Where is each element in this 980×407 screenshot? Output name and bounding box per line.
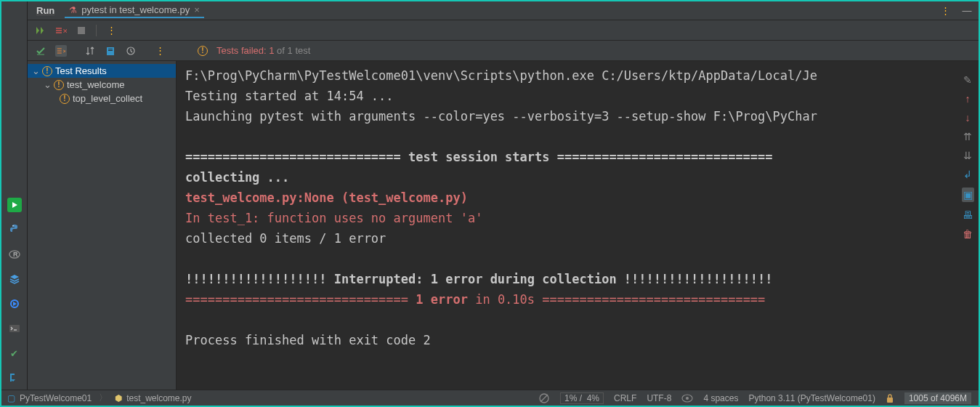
memory-indicator[interactable]: 1005 of 4096M <box>904 392 971 404</box>
r-console-icon[interactable]: R <box>7 247 22 262</box>
console-summary: 1 error <box>416 292 468 307</box>
chevron-down-icon[interactable]: ⌄ <box>32 65 39 76</box>
console-line: ============================== <box>535 292 765 307</box>
expand-icon[interactable]: ⇊ <box>963 150 972 161</box>
clear-all-icon[interactable]: 🗑 <box>963 228 973 240</box>
export-icon[interactable] <box>105 45 116 57</box>
console-exit-line: Process finished with exit code 2 <box>185 333 431 347</box>
console-line: collecting ... <box>185 170 297 185</box>
print-icon[interactable]: 🖶 <box>963 209 973 221</box>
readonly-icon[interactable] <box>681 392 693 404</box>
lock-icon[interactable] <box>886 393 894 403</box>
svg-text:R: R <box>13 251 18 258</box>
console-line: !!!!!!!!!!!!!!!!!!! Interrupted: 1 error… <box>185 272 773 286</box>
chevron-right-icon: 〉 <box>96 392 110 404</box>
cpu-indicator[interactable]: 1% / 4% <box>560 392 604 404</box>
collapse-icon[interactable]: ⇈ <box>963 131 972 142</box>
svg-rect-17 <box>887 398 893 403</box>
svg-rect-10 <box>108 49 113 49</box>
layers-icon[interactable] <box>7 272 22 286</box>
toolbar-more-icon[interactable]: ⋮ <box>105 25 117 36</box>
rerun-failed-icon[interactable]: ✕ <box>55 25 67 36</box>
python-console-icon[interactable] <box>7 222 22 237</box>
services-icon[interactable] <box>7 297 22 311</box>
console-error-line: In test_1: function uses no argument 'a' <box>185 211 482 225</box>
chevron-down-icon[interactable]: ⌄ <box>44 79 51 90</box>
tree-root-label: Test Results <box>55 65 107 76</box>
warn-icon: ! <box>54 80 64 90</box>
up-arrow-icon[interactable]: ↑ <box>965 93 971 105</box>
console-line: ============================== <box>185 292 416 307</box>
rerun-icon[interactable] <box>35 25 46 36</box>
tree-node-label: test_welcome <box>67 79 124 90</box>
line-ending-indicator[interactable]: CRLF <box>614 393 636 403</box>
console-line: collected 0 items / 1 error <box>185 231 386 246</box>
console-line: ============================= <box>185 150 401 164</box>
python-file-icon: ⬢ <box>115 393 122 403</box>
console-line: Testing started at 14:54 ... <box>185 89 394 103</box>
test-settings-more-icon[interactable]: ⋮ <box>154 45 166 57</box>
console-line: ============================= <box>557 150 773 164</box>
show-ignored-icon[interactable]: ✕ <box>55 45 67 57</box>
close-tab-icon[interactable]: × <box>194 4 200 15</box>
tests-status-icon: ! <box>198 46 208 56</box>
breadcrumb[interactable]: ▢ PyTestWelcome01 〉 ⬢ test_welcome.py <box>1 392 192 404</box>
more-icon[interactable]: ⋮ <box>939 5 951 17</box>
console-line: F:\Prog\PyCharm\PyTestWelcome01\venv\Scr… <box>185 68 817 83</box>
minimize-icon[interactable]: — <box>961 5 973 17</box>
sync-icon[interactable] <box>538 392 550 404</box>
edit-icon[interactable]: ✎ <box>963 74 972 86</box>
run-toolbar: ✕ ⋮ <box>28 20 979 41</box>
tool-window-header: Run ⚗ pytest in test_welcome.py × ⋮ — <box>28 1 979 20</box>
tool-window-title[interactable]: Run <box>33 5 57 16</box>
svg-point-16 <box>686 397 689 400</box>
test-tree[interactable]: ⌄ ! Test Results ⌄ ! test_welcome ! top_… <box>28 61 177 390</box>
svg-rect-9 <box>107 47 114 55</box>
left-tool-rail: R ✔ <box>1 1 28 390</box>
indent-indicator[interactable]: 4 spaces <box>703 393 738 403</box>
git-icon[interactable] <box>7 371 22 385</box>
show-passed-icon[interactable] <box>35 45 46 57</box>
svg-text:✕: ✕ <box>62 28 67 35</box>
encoding-indicator[interactable]: UTF-8 <box>647 393 671 403</box>
svg-text:✕: ✕ <box>62 49 66 54</box>
console-error-line: test_welcome.py:None (test_welcome.py) <box>185 190 468 205</box>
svg-rect-11 <box>108 50 113 51</box>
tests-status-text: Tests failed: 1 of 1 test <box>216 45 310 56</box>
tool-window-body: ⌄ ! Test Results ⌄ ! test_welcome ! top_… <box>28 61 979 390</box>
console-line: Launching pytest with arguments --color=… <box>185 109 817 124</box>
stop-icon[interactable] <box>76 25 87 36</box>
run-config-tab[interactable]: ⚗ pytest in test_welcome.py × <box>65 3 203 18</box>
tree-node-welcome[interactable]: ⌄ ! test_welcome <box>28 78 176 92</box>
tests-failed-suffix: of 1 test <box>275 45 311 56</box>
run-config-tab-label: pytest in test_welcome.py <box>81 4 190 15</box>
warn-icon: ! <box>42 66 52 76</box>
svg-rect-4 <box>9 325 20 332</box>
problems-icon[interactable]: ✔ <box>7 346 22 360</box>
run-tool-icon[interactable] <box>7 198 22 212</box>
pct-label: 4% <box>587 393 599 403</box>
pytest-icon: ⚗ <box>69 5 77 15</box>
interpreter-indicator[interactable]: Python 3.11 (PyTestWelcome01) <box>748 393 875 403</box>
svg-point-0 <box>12 225 13 226</box>
test-toolbar: ✕ ⋮ ! Tests failed: 1 of 1 test <box>28 41 979 61</box>
soft-wrap-icon[interactable]: ↲ <box>963 169 972 180</box>
tree-node-collect[interactable]: ! top_level_collect <box>28 92 176 105</box>
scroll-to-end-icon[interactable]: ▣ <box>962 188 974 202</box>
down-arrow-icon[interactable]: ↓ <box>965 112 971 124</box>
project-icon: ▢ <box>7 393 15 403</box>
breadcrumb-file[interactable]: test_welcome.py <box>126 393 191 403</box>
tree-node-label: top_level_collect <box>73 93 142 104</box>
console-output[interactable]: F:\Prog\PyCharm\PyTestWelcome01\venv\Scr… <box>177 61 979 390</box>
warn-icon: ! <box>60 94 70 104</box>
terminal-icon[interactable] <box>7 321 22 336</box>
pct-label: 1% <box>564 393 577 403</box>
console-line: test session starts <box>401 150 557 164</box>
breadcrumb-project[interactable]: PyTestWelcome01 <box>20 393 92 403</box>
history-icon[interactable] <box>125 45 137 57</box>
tree-root[interactable]: ⌄ ! Test Results <box>28 64 176 78</box>
status-bar: ▢ PyTestWelcome01 〉 ⬢ test_welcome.py 1%… <box>1 390 979 406</box>
tests-failed-prefix: Tests failed: <box>216 45 269 56</box>
console-side-toolbar: ✎ ↑ ↓ ⇈ ⇊ ↲ ▣ 🖶 🗑 <box>960 74 976 240</box>
sort-icon[interactable] <box>84 45 96 57</box>
